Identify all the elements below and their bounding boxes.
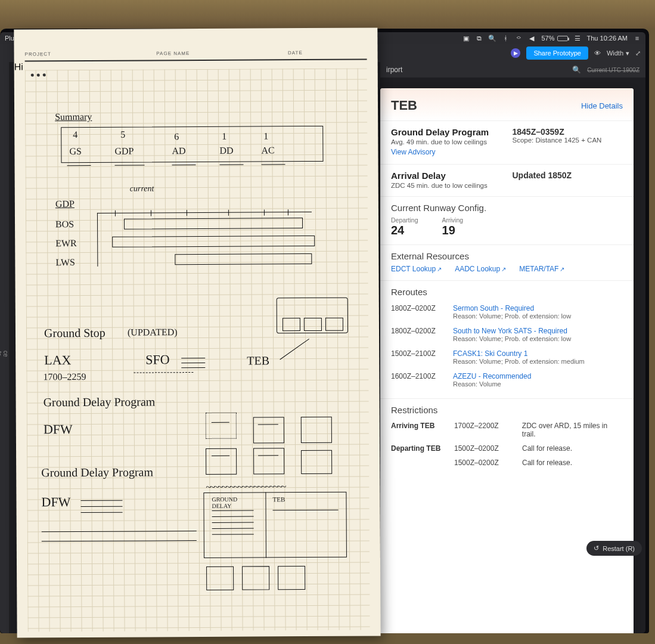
share-prototype-button[interactable]: Share Prototype <box>526 47 588 60</box>
metar-taf-link[interactable]: METAR/TAF↗ <box>519 265 564 273</box>
paper-hi-note: Hi <box>14 62 23 72</box>
arrival-delay-title: Arrival Delay <box>391 171 502 181</box>
reroute-reason: Reason: Volume; Prob. of extension: low <box>453 312 571 320</box>
spotlight-icon[interactable]: 🔍 <box>489 35 496 42</box>
paper-project-label: PROJECT <box>25 51 157 57</box>
view-advisory-link[interactable]: View Advisory <box>391 148 435 156</box>
reroute-name[interactable]: AZEZU - Recommended <box>453 372 531 380</box>
paper-notepad: PROJECT PAGE NAME DATE Hi Summary 4 5 6 … <box>14 27 380 637</box>
reroute-row: 1600Z–2100Z AZEZU - Recommended Reason: … <box>391 369 623 391</box>
reroute-row: 1800Z–0200Z South to New York SATS - Req… <box>391 323 623 346</box>
reroute-reason: Reason: Volume; Prob. of extension: medi… <box>453 358 585 365</box>
external-resources-title: External Resources <box>391 251 623 261</box>
external-icon: ↗ <box>437 266 442 273</box>
runway-title: Current Runway Config. <box>391 203 623 213</box>
airport-code: TEB <box>391 98 417 113</box>
arrival-delay-sub: ZDC 45 min. due to low ceilings <box>391 182 502 189</box>
control-icon[interactable]: ⧉ <box>476 35 483 42</box>
prototype-topbar: irport 🔍 Current UTC 1900Z <box>380 62 645 78</box>
restart-button[interactable]: ↺ Restart (R) <box>586 541 642 556</box>
reroute-name[interactable]: South to New York SATS - Required <box>453 327 571 335</box>
edct-lookup-link[interactable]: EDCT Lookup↗ <box>391 265 442 273</box>
reroute-time: 1800Z–0200Z <box>391 327 445 342</box>
width-dropdown[interactable]: Width ▾ <box>607 49 629 57</box>
reroute-reason: Reason: Volume; Prob. of extension: low <box>453 335 571 342</box>
restriction-text: Call for release. <box>522 459 572 467</box>
reroute-name[interactable]: Sermon South - Required <box>453 304 571 312</box>
rwy-arr-label: Arriving <box>442 216 464 224</box>
gdp-scope: Scope: Distance 1425 + CAN <box>513 137 623 144</box>
left-panel: ce ts me e <box>0 62 10 633</box>
stage-manager-icon[interactable]: ▣ <box>462 35 470 42</box>
rwy-arr-val: 19 <box>442 224 464 237</box>
battery-pct: 57% <box>541 35 554 42</box>
paper-page-label: PAGE NAME <box>156 50 288 56</box>
rwy-dep-label: Departing <box>391 216 418 224</box>
visibility-toggle[interactable]: 👁 <box>594 49 601 57</box>
rwy-dep-val: 24 <box>391 224 418 237</box>
reroute-time: 1500Z–2100Z <box>391 349 445 365</box>
control-center-icon[interactable]: ☰ <box>574 35 581 42</box>
aadc-lookup-link[interactable]: AADC Lookup↗ <box>455 265 506 273</box>
menubar-clock[interactable]: Thu 10:26 AM <box>587 35 628 42</box>
external-icon: ↗ <box>560 266 564 273</box>
gdp-subtitle: Avg. 49 min. due to low ceilings <box>391 138 502 145</box>
volume-icon[interactable]: ◀ <box>528 35 535 42</box>
restriction-label: Arriving TEB <box>391 422 446 438</box>
restriction-row: 1500Z–0200Z Call for release. <box>391 456 623 470</box>
reroute-name[interactable]: FCASK1: Ski Country 1 <box>453 349 585 358</box>
reroute-row: 1500Z–2100Z FCASK1: Ski Country 1 Reason… <box>391 346 623 369</box>
sk-summary: Summary <box>55 112 92 122</box>
arrival-delay-time: Updated 1850Z <box>513 171 623 180</box>
restriction-row: Departing TEB 1500Z–0200Z Call for relea… <box>391 441 623 456</box>
restriction-label: Departing TEB <box>391 444 446 453</box>
gdp-title: Ground Delay Program <box>391 127 502 137</box>
current-utc-label: Current UTC 1900Z <box>587 67 640 73</box>
bluetooth-icon[interactable]: ᚼ <box>502 35 509 42</box>
search-icon[interactable]: 🔍 <box>572 66 581 74</box>
restriction-row: Arriving TEB 1700Z–2200Z ZDC over ARD, 1… <box>391 419 623 441</box>
restriction-time: 1500Z–0200Z <box>454 444 514 453</box>
restriction-label <box>391 459 446 467</box>
restriction-time: 1500Z–0200Z <box>454 459 514 467</box>
wifi-icon[interactable]: ⌔ <box>515 35 522 42</box>
hide-details-link[interactable]: Hide Details <box>581 101 623 110</box>
play-icon[interactable]: ▶ <box>511 48 520 58</box>
reroute-time: 1800Z–0200Z <box>391 304 445 320</box>
menubar-extra-icon[interactable]: ≡ <box>634 35 641 42</box>
reroute-time: 1600Z–2100Z <box>391 372 445 388</box>
restriction-time: 1700Z–2200Z <box>454 422 514 438</box>
chevron-down-icon: ▾ <box>626 49 629 57</box>
restriction-text: Call for release. <box>522 444 572 453</box>
restriction-text: ZDC over ARD, 15 miles in trail. <box>522 422 623 438</box>
external-icon: ↗ <box>501 266 506 273</box>
gdp-time: 1845Z–0359Z <box>513 127 623 137</box>
reroute-row: 1800Z–0200Z Sermon South - Required Reas… <box>391 301 623 323</box>
reroutes-title: Reroutes <box>391 287 623 297</box>
restrictions-title: Restrictions <box>391 405 623 415</box>
fullscreen-icon[interactable]: ⤢ <box>635 49 641 57</box>
reroute-reason: Reason: Volume <box>453 380 531 388</box>
paper-date-label: DATE <box>288 50 367 56</box>
restart-icon: ↺ <box>594 544 599 552</box>
battery-indicator[interactable]: 57% <box>541 35 567 42</box>
page-title-fragment: irport <box>386 66 402 74</box>
